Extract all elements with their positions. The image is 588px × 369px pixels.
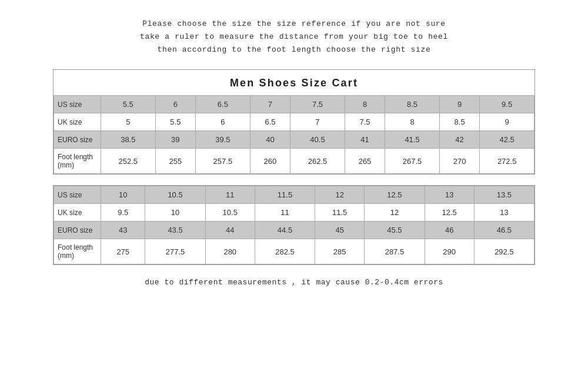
table-cell: 8.5	[385, 96, 440, 113]
table-cell: 40.5	[290, 131, 345, 149]
row-label: Foot length(mm)	[54, 149, 101, 174]
table-cell: 8	[385, 113, 440, 131]
table-cell: 290	[425, 239, 474, 264]
table-cell: 13.5	[474, 186, 534, 204]
row-label: EURO size	[54, 131, 101, 149]
table-cell: 44.5	[255, 222, 315, 239]
table-cell: 41	[345, 131, 385, 149]
instruction-line1: Please choose the size the size referenc…	[140, 18, 448, 31]
table-cell: 6	[155, 96, 195, 113]
table-cell: 5.5	[155, 113, 195, 131]
table-cell: 38.5	[101, 131, 156, 149]
row-label: Foot length(mm)	[54, 239, 101, 264]
table-cell: 285	[315, 239, 365, 264]
table1: US size5.566.577.588.599.5UK size55.566.…	[54, 95, 534, 174]
table-cell: 287.5	[365, 239, 425, 264]
table-cell: 282.5	[255, 239, 315, 264]
table-cell: 255	[155, 149, 195, 174]
table-cell: 260	[250, 149, 290, 174]
table-cell: 7.5	[345, 113, 385, 131]
table-cell: 11.5	[255, 186, 315, 204]
footer-text: due to different measurements , it may c…	[145, 278, 443, 287]
table-cell: 280	[205, 239, 255, 264]
table-cell: 257.5	[196, 149, 250, 174]
table-cell: 13	[474, 204, 534, 222]
table-cell: 6.5	[196, 96, 250, 113]
table-cell: 11	[205, 186, 255, 204]
table-row: Foot length(mm)275277.5280282.5285287.52…	[54, 239, 534, 264]
table-cell: 46.5	[474, 222, 534, 239]
table-cell: 44	[205, 222, 255, 239]
table1-title: Men Shoes Size Cart	[54, 70, 534, 95]
table-cell: 9	[480, 113, 534, 131]
table-cell: 5	[101, 113, 156, 131]
table-cell: 42.5	[480, 131, 534, 149]
table-cell: 41.5	[385, 131, 440, 149]
table-cell: 42	[439, 131, 479, 149]
row-label: UK size	[54, 113, 101, 131]
table-cell: 39.5	[196, 131, 250, 149]
table2-container: US size1010.51111.51212.51313.5UK size9.…	[53, 185, 535, 265]
table-cell: 6.5	[250, 113, 290, 131]
table-cell: 277.5	[145, 239, 205, 264]
table-cell: 267.5	[385, 149, 440, 174]
table-row: EURO size38.53939.54040.54141.54242.5	[54, 131, 534, 149]
table-row: EURO size4343.54444.54545.54646.5	[54, 222, 534, 239]
table-row: US size5.566.577.588.599.5	[54, 96, 534, 113]
table-cell: 5.5	[101, 96, 156, 113]
table-row: UK size55.566.577.588.59	[54, 113, 534, 131]
table-cell: 10.5	[205, 204, 255, 222]
table-row: UK size9.51010.51111.51212.513	[54, 204, 534, 222]
table-row: US size1010.51111.51212.51313.5	[54, 186, 534, 204]
table-cell: 43	[101, 222, 145, 239]
table-cell: 10	[145, 204, 205, 222]
table-cell: 8.5	[439, 113, 479, 131]
row-label: US size	[54, 96, 101, 113]
row-label: US size	[54, 186, 101, 204]
table-row: Foot length(mm)252.5255257.5260262.52652…	[54, 149, 534, 174]
table-cell: 272.5	[480, 149, 534, 174]
table-cell: 12.5	[365, 186, 425, 204]
table-cell: 12.5	[425, 204, 474, 222]
table-cell: 292.5	[474, 239, 534, 264]
table-cell: 45	[315, 222, 365, 239]
table-cell: 9.5	[101, 204, 145, 222]
table-cell: 11	[255, 204, 315, 222]
table-cell: 7.5	[290, 96, 345, 113]
table-cell: 45.5	[365, 222, 425, 239]
table-cell: 9	[439, 96, 479, 113]
table-cell: 252.5	[101, 149, 156, 174]
table-cell: 10.5	[145, 186, 205, 204]
table-cell: 13	[425, 186, 474, 204]
table-cell: 270	[439, 149, 479, 174]
row-label: EURO size	[54, 222, 101, 239]
table-cell: 46	[425, 222, 474, 239]
instruction-block: Please choose the size the size referenc…	[140, 18, 448, 56]
table-cell: 8	[345, 96, 385, 113]
instruction-line3: then according to the foot length choose…	[140, 43, 448, 56]
instruction-line2: take a ruler to measure the distance fro…	[140, 31, 448, 43]
table-cell: 40	[250, 131, 290, 149]
table-cell: 12	[315, 186, 365, 204]
table-cell: 39	[155, 131, 195, 149]
table-cell: 10	[101, 186, 145, 204]
table-cell: 262.5	[290, 149, 345, 174]
table-cell: 7	[250, 96, 290, 113]
row-label: UK size	[54, 204, 101, 222]
table-cell: 11.5	[315, 204, 365, 222]
table-cell: 265	[345, 149, 385, 174]
table2: US size1010.51111.51212.51313.5UK size9.…	[54, 186, 534, 264]
table-cell: 12	[365, 204, 425, 222]
table-cell: 9.5	[480, 96, 534, 113]
table1-container: Men Shoes Size Cart US size5.566.577.588…	[53, 69, 535, 175]
table-cell: 275	[101, 239, 145, 264]
table-cell: 43.5	[145, 222, 205, 239]
table-cell: 7	[290, 113, 345, 131]
table-cell: 6	[196, 113, 250, 131]
